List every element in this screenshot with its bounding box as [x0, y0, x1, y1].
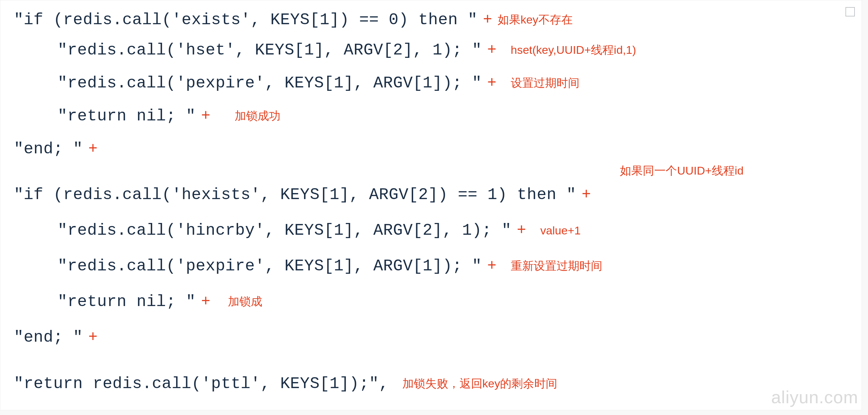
code-line: "return nil; "+加锁成 [14, 285, 855, 318]
annotation-comment: value+1 [540, 224, 581, 237]
annotation-comment: 加锁成功 [235, 108, 280, 124]
code-text: "if (redis.call('hexists', KEYS[1], ARGV… [14, 186, 576, 204]
annotation-comment: hset(key,UUID+线程id,1) [511, 42, 637, 58]
concat-plus: + [88, 328, 98, 346]
code-text: "return redis.call('pttl', KEYS[1]);", [14, 375, 389, 393]
annotation-comment: 加锁失败，返回key的剩余时间 [402, 376, 558, 391]
concat-plus: + [487, 257, 497, 275]
code-line: "end; "+ [14, 321, 855, 353]
code-text: "if (redis.call('exists', KEYS[1]) == 0)… [14, 11, 477, 29]
annotation-comment: 如果key不存在 [498, 12, 573, 28]
code-line: "return nil; "+加锁成功 [14, 100, 855, 132]
code-line: "redis.call('hincrby', KEYS[1], ARGV[2],… [14, 214, 855, 246]
code-text: "end; " [14, 140, 83, 158]
concat-plus: + [517, 221, 526, 239]
code-text: "redis.call('hincrby', KEYS[1], ARGV[2],… [14, 221, 512, 239]
code-line: "redis.call('hset', KEYS[1], ARGV[2], 1)… [14, 34, 855, 66]
code-text: "redis.call('pexpire', KEYS[1], ARGV[1])… [14, 257, 482, 275]
concat-plus: + [483, 11, 492, 29]
concat-plus: + [88, 140, 98, 158]
above-comment: 如果同一个UUID+线程id [620, 163, 743, 179]
code-line: "redis.call('pexpire', KEYS[1], ARGV[1])… [14, 67, 855, 99]
concat-plus: + [201, 293, 211, 310]
code-line: "return redis.call('pttl', KEYS[1]);",加锁… [14, 368, 855, 400]
concat-plus: + [582, 186, 591, 204]
concat-plus: + [487, 74, 497, 92]
code-text: "redis.call('hset', KEYS[1], ARGV[2], 1)… [14, 41, 482, 59]
code-line: "if (redis.call('hexists', KEYS[1], ARGV… [14, 179, 855, 211]
code-text: "return nil; " [14, 292, 196, 311]
concat-plus: + [201, 107, 211, 125]
code-line: "end; "+ [14, 133, 855, 165]
code-snippet-container: "if (redis.call('exists', KEYS[1]) == 0)… [0, 0, 862, 410]
code-line: "redis.call('pexpire', KEYS[1], ARGV[1])… [14, 250, 855, 282]
code-text: "return nil; " [14, 107, 196, 125]
concat-plus: + [487, 41, 497, 59]
code-line: "if (redis.call('exists', KEYS[1]) == 0)… [14, 4, 855, 36]
annotation-comment: 重新设置过期时间 [511, 258, 602, 274]
annotation-comment: 加锁成 [228, 294, 262, 309]
code-text: "redis.call('pexpire', KEYS[1], ARGV[1])… [14, 74, 482, 92]
annotation-comment: 设置过期时间 [511, 75, 580, 91]
code-text: "end; " [14, 328, 83, 346]
